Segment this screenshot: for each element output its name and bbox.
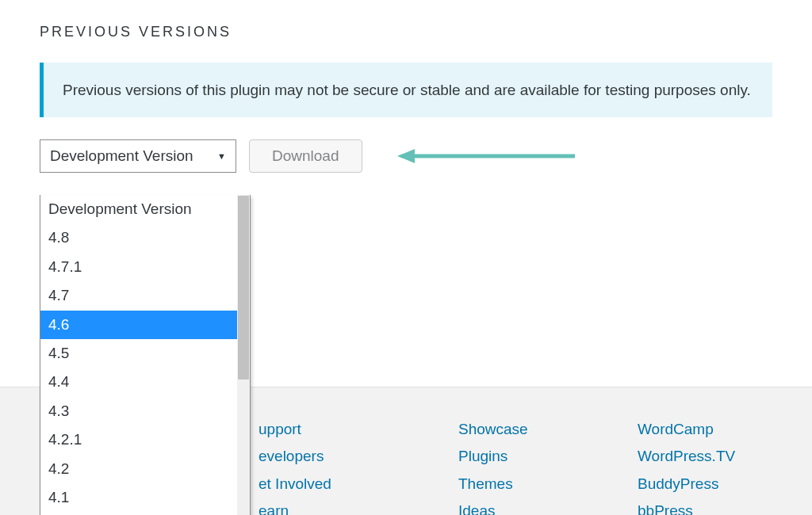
svg-marker-1: [397, 149, 415, 163]
version-option[interactable]: 4.2.1: [40, 425, 250, 454]
footer-link[interactable]: Plugins: [458, 444, 638, 468]
version-select[interactable]: Development Version ▼: [40, 139, 236, 173]
version-option[interactable]: 4.0.2: [40, 512, 250, 515]
section-title: PREVIOUS VERSIONS: [40, 24, 772, 40]
version-option[interactable]: 4.7: [40, 281, 250, 310]
scrollbar-thumb[interactable]: [238, 196, 249, 380]
scrollbar-track[interactable]: [237, 195, 250, 515]
notice-text: Previous versions of this plugin may not…: [63, 82, 751, 98]
version-option[interactable]: 4.2: [40, 455, 250, 483]
version-option[interactable]: Development Version: [40, 195, 250, 223]
version-option[interactable]: 4.1: [40, 483, 250, 512]
footer-link[interactable]: BuddyPress: [638, 472, 735, 496]
footer-link[interactable]: Ideas: [458, 499, 638, 515]
version-dropdown[interactable]: Development Version4.84.7.14.74.64.54.44…: [40, 195, 251, 515]
footer-link[interactable]: upport: [259, 418, 458, 441]
footer-link[interactable]: Themes: [458, 472, 638, 496]
arrow-annotation-icon: [397, 147, 580, 166]
download-button[interactable]: Download: [249, 139, 362, 173]
footer-link[interactable]: bbPress: [638, 499, 735, 515]
footer-link[interactable]: WordPress.TV: [638, 444, 735, 468]
download-button-label: Download: [272, 147, 339, 165]
footer-link[interactable]: evelopers: [259, 444, 458, 468]
footer-link[interactable]: Showcase: [458, 418, 638, 441]
version-select-value: Development Version: [50, 147, 193, 165]
footer-link[interactable]: et Involved: [259, 472, 458, 496]
notice-banner: Previous versions of this plugin may not…: [40, 63, 772, 117]
version-option[interactable]: 4.8: [40, 223, 250, 252]
version-option[interactable]: 4.7.1: [40, 253, 250, 281]
chevron-down-icon: ▼: [217, 151, 226, 161]
version-option[interactable]: 4.4: [40, 368, 250, 396]
footer-link[interactable]: earn: [259, 499, 458, 515]
version-option[interactable]: 4.3: [40, 397, 250, 425]
version-option[interactable]: 4.6: [40, 311, 250, 339]
footer-link[interactable]: WordCamp: [638, 418, 735, 441]
version-option[interactable]: 4.5: [40, 339, 250, 368]
